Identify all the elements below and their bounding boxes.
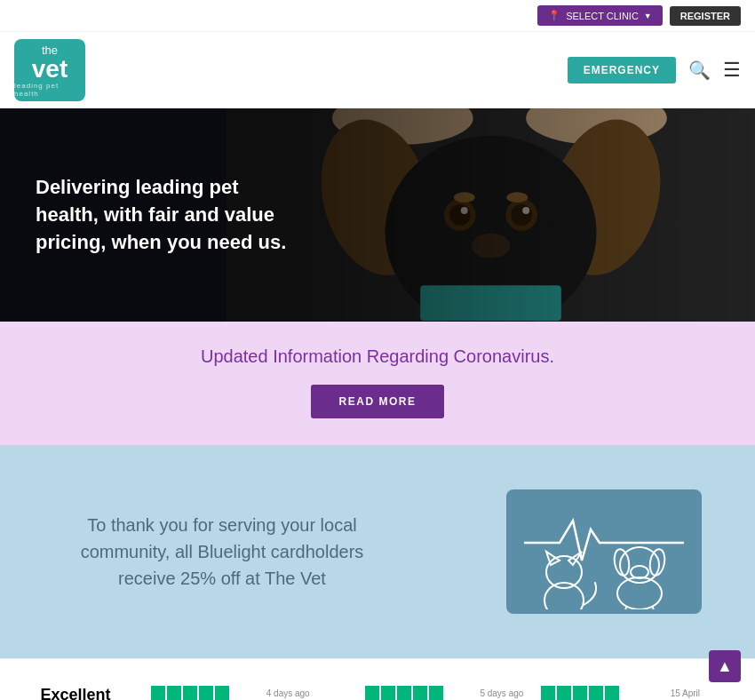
review-2-date: 5 days ago [480, 688, 523, 698]
r-star [397, 686, 411, 700]
review-3-header: 15 April [541, 686, 700, 700]
svg-point-19 [544, 583, 584, 609]
top-bar: 📍 SELECT CLINIC ▼ REGISTER [0, 0, 755, 32]
logo[interactable]: the vet leading pet health [14, 39, 85, 101]
review-card-2: 5 days ago It was with a heavy heart tod… [365, 686, 524, 700]
hero-text: Delivering leading pet health, with fair… [36, 174, 302, 256]
r-star [381, 686, 395, 700]
svg-line-24 [624, 607, 626, 609]
register-button[interactable]: REGISTER [670, 6, 741, 26]
logo-vet: vet [32, 57, 68, 82]
bluelight-text: To thank you for serving your local comm… [53, 512, 391, 592]
select-clinic-button[interactable]: 📍 SELECT CLINIC ▼ [537, 5, 663, 26]
review-1-stars [151, 686, 229, 700]
r-star [605, 686, 619, 700]
bluelight-section: To thank you for serving your local comm… [0, 445, 755, 658]
trustpilot-rating-label: Excellent [18, 686, 133, 700]
review-3-stars [541, 686, 619, 700]
review-1-date: 4 days ago [266, 688, 310, 698]
chevron-down-icon: ▼ [644, 12, 652, 20]
hamburger-icon: ☰ [723, 59, 741, 81]
select-clinic-label: SELECT CLINIC [566, 11, 639, 21]
search-icon: 🔍 [688, 60, 711, 80]
reviews-section: Excellent ★ ★ ★ ★ ★ Based on 1,982 revie… [0, 658, 755, 700]
review-2-stars [365, 686, 443, 700]
bluelight-illustration [506, 489, 702, 614]
logo-sub: leading pet health [14, 82, 85, 98]
scroll-top-button[interactable]: ▲ [709, 650, 741, 682]
read-more-button[interactable]: READ MORE [311, 385, 445, 418]
r-star [151, 686, 165, 700]
covid-banner: Updated Information Regarding Coronaviru… [0, 322, 755, 445]
trustpilot-overall: Excellent ★ ★ ★ ★ ★ Based on 1,982 revie… [18, 686, 133, 700]
review-card-3: 15 April The Vet Nottingham have been am… [541, 686, 700, 700]
nav-right: EMERGENCY 🔍 ☰ [568, 57, 741, 84]
svg-line-27 [653, 607, 656, 609]
r-star [365, 686, 379, 700]
emergency-button[interactable]: EMERGENCY [568, 57, 676, 84]
review-2-header: 5 days ago [365, 686, 524, 700]
search-button[interactable]: 🔍 [688, 60, 711, 81]
covid-message: Updated Information Regarding Coronaviru… [18, 346, 737, 367]
hero-headline: Delivering leading pet health, with fair… [36, 174, 302, 256]
r-star [589, 686, 603, 700]
review-card-1: 4 days ago Amazing service Dont usually … [151, 686, 310, 700]
r-star [167, 686, 181, 700]
r-star [429, 686, 443, 700]
svg-marker-16 [546, 552, 560, 565]
r-star [183, 686, 197, 700]
review-1-header: 4 days ago [151, 686, 310, 700]
pets-illustration-svg [515, 494, 693, 609]
hero-section: Delivering leading pet health, with fair… [0, 108, 755, 322]
r-star [215, 686, 229, 700]
r-star [557, 686, 571, 700]
r-star [413, 686, 427, 700]
r-star [573, 686, 587, 700]
r-star [541, 686, 555, 700]
clinic-icon: 📍 [548, 10, 560, 21]
svg-marker-17 [568, 552, 582, 565]
navbar: the vet leading pet health EMERGENCY 🔍 ☰ [0, 32, 755, 108]
svg-point-28 [631, 566, 648, 578]
review-3-date: 15 April [671, 688, 700, 698]
chevron-up-icon: ▲ [717, 657, 733, 676]
r-star [199, 686, 213, 700]
menu-button[interactable]: ☰ [723, 59, 741, 82]
